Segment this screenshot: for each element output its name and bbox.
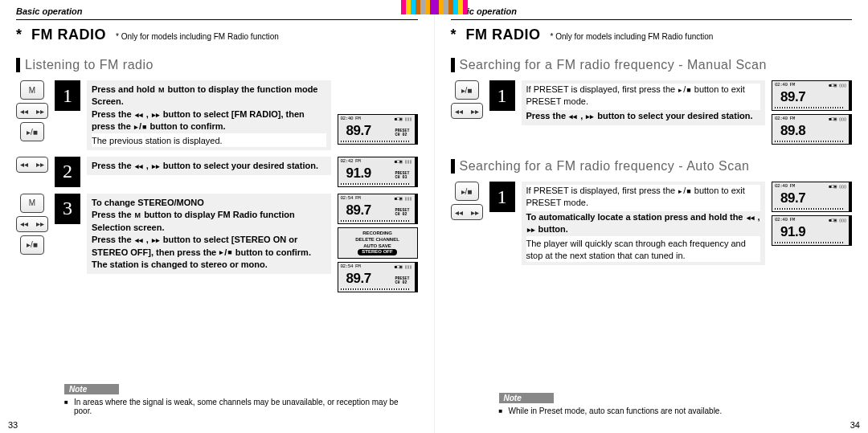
fwd-icon: ▸▸ <box>585 112 595 122</box>
note-box: Note In areas where the signal is weak, … <box>64 384 418 415</box>
page-number: 34 <box>850 420 860 430</box>
step-number: 2 <box>55 157 80 187</box>
lcd-menu: RECORDING DELETE CHANNEL AUTO SAVE STERE… <box>338 227 418 259</box>
color-bars <box>401 0 435 14</box>
play-stop-button-icon: ▸/■ <box>455 80 479 100</box>
seek-buttons-icon: ◂◂▸▸ <box>16 216 48 232</box>
color-bars <box>434 0 468 14</box>
fwd-icon: ▸▸ <box>151 235 161 246</box>
fwd-icon: ▸▸ <box>151 110 161 121</box>
section-auto-scan: Searching for a FM radio frequency - Aut… <box>451 159 853 174</box>
lcd-display: 02:40 FM■□▣ ▯▯▯ 91.9 <box>772 215 852 246</box>
section-listening: Listening to FM radio <box>16 58 418 72</box>
auto-step-1: ▸/■ ◂◂▸▸ 1 If PRESET is displayed, first… <box>451 182 853 265</box>
lcd-display: 02:40 FM■□▣ ▯▯▯ 89.7 PRESETCH 02 <box>338 114 418 145</box>
lcd-display: 02:40 FM■□▣ ▯▯▯ 89.7 <box>772 182 852 212</box>
page-34: Basic operation * FM RADIO * Only for mo… <box>435 0 869 433</box>
step-1-subtext: The previous station is displayed. <box>92 133 326 147</box>
section-manual-scan: Searching for a FM radio frequency - Man… <box>451 58 853 72</box>
feature-title: FM RADIO <box>466 27 541 43</box>
note-label: Note <box>499 393 554 403</box>
feature-title: FM RADIO <box>31 27 106 43</box>
page-33: Basic operation * FM RADIO * Only for mo… <box>0 0 435 433</box>
rew-icon: ◂◂ <box>746 213 755 223</box>
step-number: 1 <box>489 80 515 111</box>
seek-buttons-icon: ◂◂▸▸ <box>451 204 483 220</box>
asterisk: * <box>16 27 22 43</box>
note-label: Note <box>64 384 119 394</box>
step-number: 1 <box>55 80 80 111</box>
rew-icon: ◂◂ <box>134 235 144 246</box>
manual-step-1: ▸/■ ◂◂▸▸ 1 If PRESET is displayed, first… <box>451 80 853 145</box>
lcd-display: 02:54 FM■□▣ ▯▯▯ 89.7 PRESETCH 02 <box>338 194 418 224</box>
note-box: Note While in Preset mode, auto scan fun… <box>499 393 853 415</box>
stop-icon: ■ <box>686 186 691 197</box>
feature-title-row: * FM RADIO * Only for models including F… <box>16 19 418 43</box>
fwd-icon: ▸▸ <box>526 225 536 235</box>
play-stop-button-icon: ▸/■ <box>455 182 479 201</box>
stop-icon: ■ <box>686 85 691 96</box>
play-stop-button-icon: ▸/■ <box>20 122 44 141</box>
step-1: M ◂◂▸▸ ▸/■ 1 Press and hold M button to … <box>16 80 418 150</box>
stop-icon: ■ <box>227 247 232 258</box>
feature-subtitle: * Only for models including FM Radio fun… <box>551 32 714 41</box>
feature-subtitle: * Only for models including FM Radio fun… <box>116 32 279 41</box>
play-icon: ▸ <box>133 122 139 133</box>
auto-step-subtext: The player will quickly scan through eac… <box>526 236 761 263</box>
auto-step-1-text: If PRESET is displayed, first press the … <box>522 182 766 265</box>
lcd-display: 02:40 FM■□▣ ▯▯▯ 89.7 <box>772 80 852 111</box>
page-number: 33 <box>8 420 18 430</box>
note-text: While in Preset mode, auto scan function… <box>499 406 853 415</box>
lcd-display: 02:40 FM■□▣ ▯▯▯ 89.8 <box>772 114 852 145</box>
step-1-text: Press and hold M button to display the f… <box>87 80 331 150</box>
rew-icon: ◂◂ <box>568 112 578 122</box>
asterisk: * <box>451 27 457 43</box>
play-stop-button-icon: ▸/■ <box>20 235 44 255</box>
m-icon: M <box>134 210 142 221</box>
m-button-icon: M <box>20 194 44 213</box>
lcd-display: 02:42 FM■□▣ ▯▯▯ 91.9 PRESETCH 03 <box>338 157 418 187</box>
note-text: In areas where the signal is weak, some … <box>64 398 418 415</box>
fwd-icon: ▸▸ <box>151 161 161 172</box>
seek-buttons-icon: ◂◂▸▸ <box>16 157 48 173</box>
step-number: 1 <box>489 182 515 212</box>
step-number: 3 <box>55 194 80 224</box>
running-header: Basic operation <box>16 6 418 16</box>
feature-title-row: * FM RADIO * Only for models including F… <box>451 19 853 43</box>
running-header: Basic operation <box>451 6 853 16</box>
seek-buttons-icon: ◂◂▸▸ <box>16 103 48 119</box>
seek-buttons-icon: ◂◂▸▸ <box>451 103 483 119</box>
step-2: ◂◂▸▸ 2 Press the ◂◂ , ▸▸ button to selec… <box>16 157 418 187</box>
m-button-icon: M <box>20 80 44 100</box>
m-icon: M <box>158 85 166 96</box>
manual-step-1-text: If PRESET is displayed, first press the … <box>522 80 766 125</box>
step-3-text: To change STEREO/MONO Press the M button… <box>87 194 331 274</box>
step-2-text: Press the ◂◂ , ▸▸ button to select your … <box>87 157 331 175</box>
step-3: M ◂◂▸▸ ▸/■ 3 To change STEREO/MONO Press… <box>16 194 418 292</box>
lcd-display: 02:54 FM■□▣ ▯▯▯ 89.7 PRESETCH 02 <box>338 262 418 292</box>
rew-icon: ◂◂ <box>134 110 144 121</box>
rew-icon: ◂◂ <box>134 161 144 172</box>
button-column: M ◂◂▸▸ ▸/■ <box>16 80 48 141</box>
